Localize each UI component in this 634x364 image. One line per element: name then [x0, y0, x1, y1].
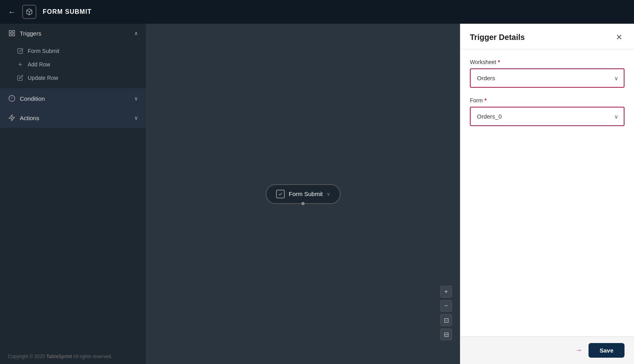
form-submit-sub-icon	[17, 47, 24, 55]
form-required: *	[484, 97, 486, 104]
triggers-header[interactable]: Triggers ∧	[0, 24, 146, 43]
svg-rect-3	[13, 34, 15, 36]
actions-icon	[8, 114, 16, 122]
update-row-sub-icon	[17, 74, 24, 81]
form-label: Form *	[470, 97, 625, 104]
zoom-out-button[interactable]: −	[440, 300, 452, 312]
back-button[interactable]: ←	[8, 8, 16, 17]
panel-footer: → Save	[460, 336, 634, 364]
app-logo	[22, 5, 36, 19]
triggers-section: Triggers ∧ Form Submit	[0, 24, 146, 89]
left-panel: Triggers ∧ Form Submit	[0, 24, 146, 364]
form-submit-label: Form Submit	[28, 48, 59, 54]
actions-section: Actions ∨	[0, 108, 146, 128]
svg-rect-1	[9, 30, 11, 32]
panel-body: Worksheet * Orders Products Customers ∨ …	[460, 49, 634, 336]
panel-header: Trigger Details ✕	[460, 24, 634, 49]
lock-button[interactable]: ⊟	[440, 328, 452, 340]
svg-rect-2	[13, 30, 15, 32]
actions-header[interactable]: Actions ∨	[0, 108, 146, 127]
svg-rect-5	[18, 49, 23, 53]
form-select[interactable]: Orders_0 Orders_1 Orders_2	[471, 108, 624, 125]
node-chevron-icon: ∨	[327, 191, 330, 197]
svg-marker-11	[9, 115, 15, 121]
workflow-canvas: Form Submit ∨ + − ⊡ ⊟	[146, 24, 460, 364]
actions-label: Actions	[20, 115, 39, 121]
condition-icon	[8, 94, 16, 102]
worksheet-select[interactable]: Orders Products Customers	[471, 69, 624, 87]
form-label-text: Form	[470, 97, 483, 104]
worksheet-select-wrapper: Orders Products Customers ∨	[470, 68, 625, 88]
footer-rights: All rights reserved.	[72, 354, 112, 359]
close-button[interactable]: ✕	[613, 32, 625, 43]
worksheet-label: Worksheet *	[470, 59, 625, 65]
update-row-label: Update Row	[28, 75, 58, 81]
actions-chevron-icon: ∨	[134, 115, 138, 121]
condition-label: Condition	[20, 95, 45, 102]
worksheet-group: Worksheet * Orders Products Customers ∨	[470, 59, 625, 88]
worksheet-label-text: Worksheet	[470, 59, 496, 65]
footer-copyright: Copyright © 2025	[8, 354, 46, 359]
condition-section: Condition ∨	[0, 89, 146, 108]
add-row-sub-icon	[17, 61, 24, 68]
add-row-label: Add Row	[28, 61, 50, 68]
triggers-icon	[8, 29, 16, 37]
page-title: FORM SUBMIT	[43, 8, 92, 15]
triggers-chevron-icon: ∧	[134, 30, 138, 36]
fit-button[interactable]: ⊡	[440, 314, 452, 326]
save-label: Save	[600, 347, 613, 354]
sidebar-item-update-row[interactable]: Update Row	[0, 71, 146, 85]
triggers-sub-items: Form Submit Add Row	[0, 43, 146, 89]
canvas-node-label: Form Submit	[289, 190, 323, 197]
condition-chevron-icon: ∨	[134, 95, 138, 102]
form-select-wrapper: Orders_0 Orders_1 Orders_2 ∨	[470, 107, 625, 126]
canvas-toolbar: + − ⊡ ⊟	[440, 286, 452, 340]
app-header: ← FORM SUBMIT	[0, 0, 634, 24]
zoom-in-button[interactable]: +	[440, 286, 452, 298]
sidebar-item-add-row[interactable]: Add Row	[0, 58, 146, 71]
save-arrow-icon: →	[575, 346, 582, 355]
save-button[interactable]: Save	[589, 343, 625, 358]
form-submit-node[interactable]: Form Submit ∨	[266, 184, 341, 204]
triggers-label: Triggers	[20, 30, 41, 37]
worksheet-required: *	[498, 59, 500, 65]
svg-rect-4	[9, 34, 11, 36]
node-check-icon	[276, 190, 285, 198]
condition-header[interactable]: Condition ∨	[0, 89, 146, 108]
trigger-details-panel: Trigger Details ✕ Worksheet * Orders Pro…	[460, 24, 634, 364]
main-layout: Triggers ∧ Form Submit	[0, 24, 634, 364]
left-footer: Copyright © 2025 TableSprint All rights …	[0, 349, 146, 364]
footer-brand: TableSprint	[46, 354, 72, 359]
sidebar-item-form-submit[interactable]: Form Submit	[0, 44, 146, 58]
form-group: Form * Orders_0 Orders_1 Orders_2 ∨	[470, 97, 625, 126]
panel-title: Trigger Details	[470, 33, 525, 42]
